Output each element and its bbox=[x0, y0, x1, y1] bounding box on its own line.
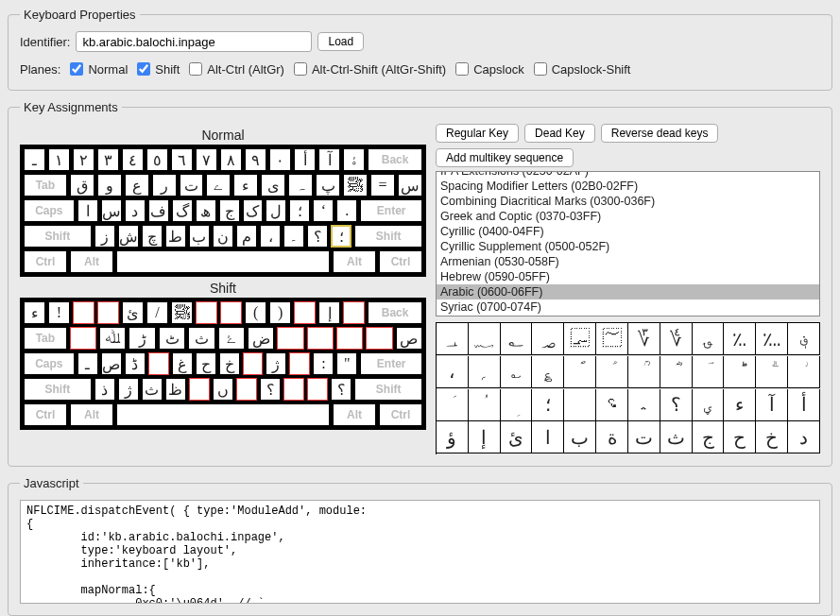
char-cell[interactable]: ؑ bbox=[596, 356, 628, 388]
script-item[interactable]: Spacing Modifier Letters (02B0-02FF) bbox=[437, 179, 819, 194]
key[interactable]: ‘ bbox=[313, 199, 334, 222]
char-cell[interactable]: ؘ bbox=[437, 389, 469, 421]
key[interactable]: ز bbox=[94, 225, 115, 248]
javascript-output[interactable] bbox=[20, 500, 820, 604]
char-cell[interactable]: ج bbox=[693, 421, 725, 453]
key[interactable] bbox=[366, 327, 392, 350]
regular-key-button[interactable]: Regular Key bbox=[436, 124, 519, 143]
key[interactable]: ـ bbox=[24, 148, 45, 171]
caps-key[interactable]: Caps bbox=[24, 199, 75, 222]
key[interactable] bbox=[148, 352, 169, 375]
enter-key[interactable]: Enter bbox=[360, 199, 422, 222]
key[interactable]: ذ bbox=[94, 378, 115, 401]
char-cell[interactable]: ء bbox=[724, 389, 756, 421]
key[interactable]: س bbox=[398, 174, 422, 197]
plane-shift-checkbox[interactable] bbox=[137, 62, 150, 76]
char-cell[interactable]: ؅ bbox=[596, 323, 628, 355]
char-cell[interactable]: أ bbox=[788, 389, 820, 421]
char-cell[interactable]: ؜ bbox=[564, 389, 596, 421]
char-cell[interactable]: ؛ bbox=[532, 389, 564, 421]
char-cell[interactable]: ؀ bbox=[437, 323, 469, 355]
key[interactable]: ٦ bbox=[171, 148, 193, 171]
key[interactable]: غ bbox=[172, 352, 193, 375]
key[interactable]: ٠ bbox=[269, 148, 291, 171]
key[interactable]: = bbox=[370, 174, 395, 197]
space-key[interactable] bbox=[116, 250, 330, 273]
char-cell[interactable]: ؋ bbox=[788, 323, 820, 355]
script-item[interactable]: Arabic (0600-06FF) bbox=[437, 284, 819, 299]
char-cell[interactable]: ث bbox=[660, 421, 693, 453]
key[interactable]: ؟ bbox=[331, 378, 351, 401]
key[interactable]: ف bbox=[148, 199, 169, 222]
key[interactable] bbox=[189, 378, 210, 401]
key[interactable]: ج bbox=[219, 199, 240, 222]
char-cell[interactable]: ؕ bbox=[724, 356, 756, 388]
char-cell[interactable]: ؟ bbox=[660, 389, 693, 421]
key[interactable]: ئ bbox=[122, 301, 144, 324]
character-grid[interactable]: ؀؁؂؃؄؅؆؇؈؉؊؋،؍؎؏ؘؙؚؐؑؒؓؔؕؖؗ؛؜؝؞؟ؠءآأؤإئا… bbox=[436, 322, 820, 454]
key[interactable] bbox=[307, 327, 334, 350]
key[interactable]: ن bbox=[213, 225, 233, 248]
char-cell[interactable]: ؖ bbox=[756, 356, 788, 388]
key[interactable]: ١ bbox=[48, 148, 70, 171]
char-cell[interactable]: ب bbox=[564, 421, 596, 453]
key[interactable]: ے bbox=[206, 174, 231, 197]
key[interactable]: ى bbox=[261, 174, 285, 197]
script-item[interactable]: Arabic Supplement (0750-077F) bbox=[437, 315, 819, 317]
key[interactable] bbox=[307, 378, 328, 401]
key[interactable]: ق bbox=[70, 174, 94, 197]
key[interactable]: ﷺ bbox=[171, 301, 193, 324]
char-cell[interactable]: ؍ bbox=[469, 356, 501, 388]
script-item[interactable]: Hebrew (0590-05FF) bbox=[437, 269, 819, 284]
key[interactable]: ض bbox=[248, 327, 274, 350]
shift-left-key[interactable]: Shift bbox=[24, 378, 92, 401]
key[interactable]: ص bbox=[396, 327, 422, 350]
char-cell[interactable]: آ bbox=[756, 389, 788, 421]
script-item[interactable]: Cyrillic (0400-04FF) bbox=[437, 224, 819, 239]
plane-altgr-checkbox[interactable] bbox=[189, 62, 202, 76]
key[interactable]: ؛ bbox=[289, 199, 310, 222]
plane-shift[interactable]: Shift bbox=[133, 60, 180, 78]
dead-key-button[interactable]: Dead Key bbox=[524, 124, 595, 143]
key[interactable]: ڈ bbox=[125, 352, 146, 375]
key[interactable] bbox=[277, 327, 303, 350]
key[interactable]: ٣ bbox=[97, 148, 119, 171]
key[interactable]: ظ bbox=[165, 378, 186, 401]
char-cell[interactable]: ، bbox=[437, 356, 469, 388]
char-cell[interactable]: ؚ bbox=[501, 389, 533, 421]
plane-altgrshift[interactable]: Alt-Ctrl-Shift (AltGr-Shift) bbox=[290, 60, 446, 78]
alt-key[interactable]: Alt bbox=[70, 403, 113, 426]
char-cell[interactable]: ؓ bbox=[660, 356, 693, 388]
add-multikey-button[interactable]: Add multikey sequence bbox=[436, 148, 574, 167]
char-cell[interactable]: ؂ bbox=[501, 323, 533, 355]
script-item[interactable]: IPA Extensions (0250-02AF) bbox=[437, 171, 819, 179]
ctrl-key[interactable]: Ctrl bbox=[24, 403, 67, 426]
key[interactable]: ) bbox=[269, 301, 291, 324]
script-item[interactable]: Armenian (0530-058F) bbox=[437, 254, 819, 269]
key[interactable] bbox=[73, 301, 94, 324]
key[interactable]: . bbox=[336, 199, 357, 222]
char-cell[interactable]: ؠ bbox=[693, 389, 725, 421]
key[interactable]: ب bbox=[189, 225, 210, 248]
char-cell[interactable]: ؗ bbox=[788, 356, 820, 388]
key[interactable]: ص bbox=[101, 352, 122, 375]
ctrl-key[interactable]: Ctrl bbox=[24, 250, 67, 273]
char-cell[interactable]: ؃ bbox=[532, 323, 564, 355]
plane-capslock[interactable]: Capslock bbox=[452, 60, 523, 78]
char-cell[interactable]: ت bbox=[628, 421, 660, 453]
char-cell[interactable]: ؊ bbox=[756, 323, 788, 355]
plane-normal[interactable]: Normal bbox=[66, 60, 128, 78]
key[interactable]: ۀ bbox=[343, 148, 365, 171]
load-button[interactable]: Load bbox=[317, 32, 364, 51]
key[interactable]: ٤ bbox=[122, 148, 144, 171]
key[interactable]: ﷺ bbox=[343, 174, 368, 197]
plane-capslockshift[interactable]: Capslock-Shift bbox=[530, 60, 631, 78]
key[interactable]: ؛ bbox=[331, 225, 351, 248]
char-cell[interactable]: ؒ bbox=[628, 356, 660, 388]
key[interactable]: ث bbox=[142, 378, 163, 401]
key[interactable]: أ bbox=[294, 148, 316, 171]
key[interactable]: ں bbox=[213, 378, 233, 401]
key[interactable]: و bbox=[97, 174, 122, 197]
key[interactable]: ٧ bbox=[196, 148, 217, 171]
script-item[interactable]: Syriac (0700-074F) bbox=[437, 299, 819, 315]
